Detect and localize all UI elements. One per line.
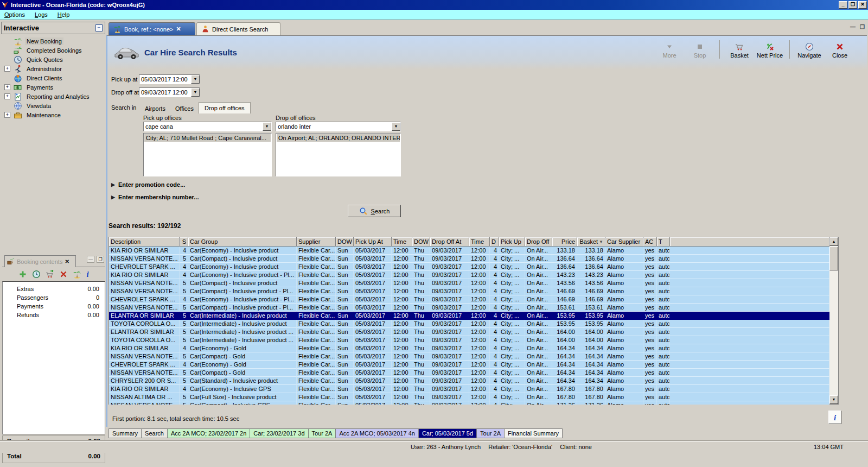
table-row[interactable]: CHEVROLET SPARK ... 4 Car(Economy) - Inc…	[109, 295, 829, 304]
scroll-down-icon[interactable]: ▼	[829, 395, 838, 404]
pickup-offices-combo[interactable]: cape cana ▼	[143, 122, 272, 131]
menu-options[interactable]: Options	[4, 11, 25, 18]
col-supplier[interactable]: Supplier	[297, 237, 336, 247]
sidebar-item-reporting-analytics[interactable]: + Reporting and Analytics	[1, 92, 104, 101]
expand-icon[interactable]: +	[4, 112, 10, 118]
list-item[interactable]: City; AL; 710 Mullet Road ; Cape Canaver…	[144, 134, 271, 142]
membership-number-expander[interactable]: ▶ Enter membership number...	[111, 194, 199, 200]
tab-offices[interactable]: Offices	[170, 104, 199, 113]
dropoff-offices-combo[interactable]: orlando inter ▼	[276, 122, 401, 131]
booking-row-extras[interactable]: Extras 0.00	[3, 285, 105, 293]
delete-icon[interactable]	[59, 270, 68, 279]
maximize-icon[interactable]: ❐	[860, 24, 865, 30]
col-basket[interactable]: Basket▼	[577, 237, 605, 247]
vertical-scrollbar[interactable]: ▲ ▼	[829, 237, 838, 404]
promotion-code-expander[interactable]: ▶ Enter promotion code...	[111, 181, 185, 188]
expand-icon[interactable]: +	[4, 93, 10, 99]
sidebar-item-direct-clients[interactable]: Direct Clients	[1, 73, 104, 83]
dropoff-offices-list[interactable]: On Airport; AL; ORLANDO; ORLANDO INTER..…	[276, 133, 401, 176]
minimize-icon[interactable]: —	[850, 24, 856, 30]
minimize-icon[interactable]: _	[839, 1, 847, 9]
col-s[interactable]: S	[180, 237, 188, 247]
close-icon[interactable]: ✕	[858, 1, 867, 9]
table-row[interactable]: CHRYSLER 200 OR S... 5 Car(Standard) - I…	[109, 377, 829, 385]
booking-row-refunds[interactable]: Refunds 0.00	[3, 311, 105, 319]
table-row[interactable]: CHEVROLET SPARK ... 4 Car(Economy) - Gol…	[109, 361, 829, 369]
sidebar-item-completed-bookings[interactable]: Completed Bookings	[1, 46, 104, 55]
close-icon[interactable]: ✕	[176, 26, 181, 33]
chevron-down-icon[interactable]: ▼	[191, 75, 200, 84]
col-pick-up[interactable]: Pick Up	[499, 237, 525, 247]
tab-tour-2a-mar[interactable]: Tour 2A	[476, 428, 505, 438]
stop-button[interactable]: Stop	[685, 40, 715, 59]
col-d[interactable]: D	[490, 237, 499, 247]
scroll-up-icon[interactable]: ▲	[829, 237, 838, 246]
close-icon[interactable]: ✕	[65, 258, 69, 264]
collapse-icon[interactable]: −	[95, 24, 103, 31]
sidebar-item-new-booking[interactable]: New Booking	[1, 36, 104, 46]
col-dow-pickup[interactable]: DOW	[336, 237, 354, 247]
pickup-offices-list[interactable]: City; AL; 710 Mullet Road ; Cape Canaver…	[143, 133, 272, 176]
table-row[interactable]: KIA RIO OR SIMILAR 4 Car(Economy) - Incl…	[109, 247, 829, 255]
booking-row-payments[interactable]: Payments 0.00	[3, 302, 105, 311]
sidebar-item-administrator[interactable]: + Administrator	[1, 64, 104, 73]
chevron-down-icon[interactable]: ▼	[392, 122, 400, 131]
chevron-down-icon[interactable]: ▼	[191, 88, 200, 97]
tab-acc-mco-mar[interactable]: Acc 2A MCO; 05/03/2017 4n	[335, 428, 418, 438]
tab-car-mar-active[interactable]: Car; 05/03/2017 5d	[418, 428, 477, 438]
col-t[interactable]: T	[657, 237, 670, 247]
col-car-group[interactable]: Car Group	[188, 237, 297, 247]
tab-airports[interactable]: Airports	[140, 104, 170, 113]
expand-icon[interactable]: +	[4, 66, 10, 72]
tab-summary[interactable]: Summary	[108, 428, 142, 438]
info-button[interactable]: i	[828, 411, 841, 424]
table-row[interactable]: NISSAN VERSA NOTE... 5 Car(Compact) - Go…	[109, 369, 829, 377]
search-button[interactable]: Search	[348, 205, 401, 217]
col-drop-off[interactable]: Drop Off	[525, 237, 552, 247]
booking-contents-tab[interactable]: Booking contents ✕	[4, 255, 76, 267]
add-to-basket-icon[interactable]	[46, 270, 54, 279]
dropoff-datetime-input[interactable]: 09/03/2017 12:00 ▼	[139, 87, 200, 97]
close-button[interactable]: Close	[825, 40, 855, 59]
col-time-pickup[interactable]: Time	[392, 237, 412, 247]
table-row[interactable]: TOYOTA COROLLA O... 5 Car(Intermediate) …	[109, 320, 829, 328]
table-row[interactable]: KIA RIO OR SIMILAR 4 Car(Economy) - Incl…	[109, 385, 829, 393]
navigate-button[interactable]: Navigate	[794, 40, 825, 59]
tab-booking[interactable]: Book, ref.: <none> ✕	[108, 22, 195, 35]
menu-help[interactable]: Help	[58, 11, 70, 18]
col-car-supplier[interactable]: Car Supplier	[605, 237, 643, 247]
sidebar-item-quick-quotes[interactable]: Quick Quotes	[1, 55, 104, 64]
maximize-icon[interactable]: ❐	[848, 1, 857, 9]
table-row[interactable]: TOYOTA COROLLA O... 5 Car(Intermediate) …	[109, 336, 829, 344]
nett-price-button[interactable]: Nett Price	[755, 40, 785, 59]
tab-car-feb[interactable]: Car; 23/02/2017 3d	[250, 428, 308, 438]
list-item[interactable]: On Airport; AL; ORLANDO; ORLANDO INTER..…	[277, 134, 400, 142]
info-icon[interactable]: i	[86, 270, 88, 278]
table-row[interactable]: NISSAN VERSA NOTE... 5 Car(Compact) - In…	[109, 287, 829, 295]
table-row[interactable]: NISSAN VERSA NOTE... 5 Car(Compact) - In…	[109, 279, 829, 287]
col-drop-off-at[interactable]: Drop Off At	[430, 237, 469, 247]
tab-direct-clients-search[interactable]: Direct Clients Search	[196, 22, 280, 35]
col-price[interactable]: Price	[552, 237, 577, 247]
booking-row-passengers[interactable]: Passengers 0	[3, 293, 105, 302]
sidebar-item-viewdata[interactable]: Viewdata	[1, 101, 104, 110]
table-row[interactable]: NISSAN VERSA NOTE... 5 Car(Compact) - In…	[109, 255, 829, 263]
sidebar-item-payments[interactable]: + $ Payments	[1, 83, 104, 92]
col-pick-up-at[interactable]: Pick Up At	[354, 237, 392, 247]
palm-icon[interactable]	[73, 270, 81, 279]
scrollbar-thumb[interactable]	[829, 247, 838, 270]
table-row[interactable]: NISSAN VERSA NOTE... 5 Car(Compact) - Go…	[109, 352, 829, 361]
sidebar-item-maintenance[interactable]: + Maintenance	[1, 110, 104, 119]
tab-drop-off-offices[interactable]: Drop off offices	[199, 102, 251, 113]
table-row[interactable]: ELANTRA OR SIMILAR 5 Car(Intermediate) -…	[109, 328, 829, 336]
col-dow-dropoff[interactable]: DOW	[412, 237, 430, 247]
expand-icon[interactable]: +	[4, 84, 10, 90]
col-description[interactable]: Description	[109, 237, 180, 247]
basket-button[interactable]: Basket	[724, 40, 755, 59]
add-icon[interactable]	[18, 270, 27, 279]
table-row[interactable]: KIA RIO OR SIMILAR 4 Car(Economy) - Incl…	[109, 271, 829, 279]
table-row[interactable]: NISSAN VERSA NOTE... 5 Car(Compact) - In…	[109, 304, 829, 312]
chevron-down-icon[interactable]: ▼	[263, 122, 271, 131]
pickup-datetime-input[interactable]: 05/03/2017 12:00 ▼	[139, 74, 200, 84]
col-ac[interactable]: AC	[643, 237, 657, 247]
